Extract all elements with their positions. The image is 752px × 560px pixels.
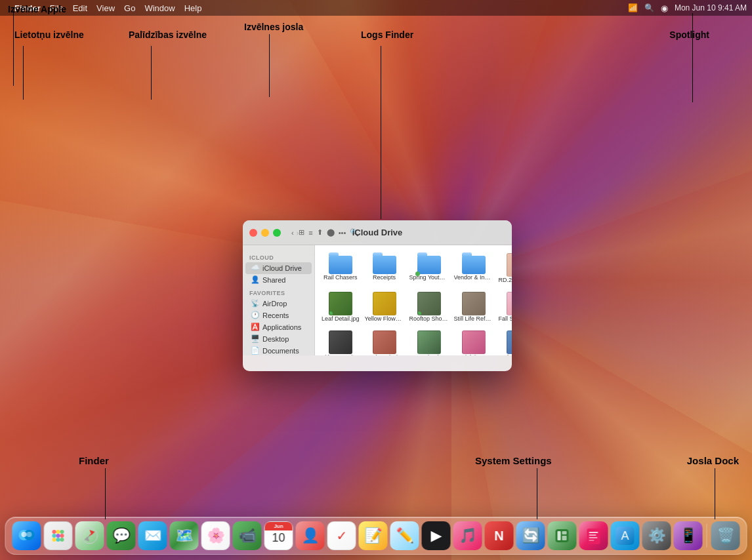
file-item-lonepine[interactable]: Lone Pine.jpeg [408, 328, 450, 355]
traffic-light-close[interactable] [249, 229, 257, 237]
view-list-icon[interactable]: ≡ [308, 229, 312, 237]
view-grid-icon[interactable]: ⊞ [299, 228, 304, 237]
file-item-pink[interactable]: Pink.jpeg [453, 328, 495, 355]
sidebar-item-shared[interactable]: 👤 Shared [245, 274, 312, 286]
svg-point-3 [27, 532, 32, 537]
file-label-lonepine: Lone Pine.jpeg [409, 354, 449, 355]
dock-item-calendar[interactable]: Jun 10 [264, 521, 293, 550]
dock-item-messages[interactable]: 💬 [107, 521, 136, 550]
documents-icon: 📄 [251, 346, 260, 355]
folder-icon-spring [417, 256, 441, 274]
file-item-titlecover[interactable]: Title Cover.jpg [320, 328, 361, 355]
favorites-section-label: Favorites [243, 286, 314, 298]
music-emoji: 🎵 [459, 527, 476, 544]
file-menu-item[interactable]: File [50, 3, 64, 13]
finder-menu-item[interactable]: Finder [14, 3, 41, 13]
svg-rect-19 [558, 531, 561, 540]
sidebar-item-airdrop[interactable]: 📡 AirDrop [245, 298, 312, 310]
dock-item-mail[interactable]: ✉️ [138, 521, 167, 550]
launchpad-icon [49, 527, 68, 545]
file-item-stilllife[interactable]: Still Life Reference.jpg [453, 289, 495, 325]
file-item-flower[interactable]: Yellow Flower.jpg [364, 289, 406, 325]
svg-rect-21 [562, 536, 567, 540]
dock-item-appletv[interactable]: ▶ [422, 521, 451, 550]
back-button[interactable]: ‹ [291, 229, 294, 237]
dock: 💬 ✉️ 🗺️ 🌸 📹 Jun 10 👤 ✓ [5, 517, 747, 555]
share-icon[interactable]: ⬆ [317, 228, 323, 237]
file-thumb-rd2: jpg [507, 253, 512, 277]
dock-item-facetime[interactable]: 📹 [233, 521, 262, 550]
file-thumb-pink [462, 330, 486, 354]
file-item-mexicocity[interactable]: Mexico City.jpeg [364, 328, 406, 355]
file-item-fallscents[interactable]: Fall Scents Outline.pages [497, 289, 512, 325]
dock-item-maps[interactable]: 🗺️ [170, 521, 199, 550]
edit-menu-item[interactable]: Edit [73, 3, 87, 13]
svg-rect-26 [589, 540, 595, 541]
dock-item-photos[interactable]: 🌸 [201, 521, 230, 550]
tag-icon[interactable]: ⬤ [327, 228, 335, 237]
file-label-leaf: Leaf Detail.jpg [322, 315, 360, 323]
dock-item-finder[interactable] [12, 521, 41, 550]
file-label-skater: Skater.jpeg [503, 354, 512, 355]
file-item-rd2[interactable]: jpg RD.2-Notes.jpg [497, 250, 512, 287]
file-item-skater[interactable]: Skater.jpeg [497, 328, 512, 355]
dock-item-numbers[interactable] [548, 521, 577, 550]
dock-item-contacts[interactable]: 👤 [296, 521, 325, 550]
iphone-emoji: 📱 [679, 527, 697, 544]
file-item-rail-chasers[interactable]: Rail Chasers [320, 250, 361, 287]
go-menu-item[interactable]: Go [124, 3, 135, 13]
file-thumb-skater [507, 330, 512, 354]
sidebar-item-recents[interactable]: 🕐 Recents [245, 310, 312, 321]
folder-icon-receipts [373, 256, 396, 274]
ann-line-spotlight [692, 13, 693, 102]
finder-content: Rail Chasers Receipts Spring Youth Counc… [315, 245, 512, 355]
file-label-fallscents: Fall Scents Outline.pages [499, 315, 512, 323]
sidebar-item-icloud-drive[interactable]: ☁️ iCloud Drive [245, 262, 312, 274]
sidebar-documents-label: Documents [262, 347, 299, 355]
dock-item-freeform[interactable]: ✏️ [390, 521, 419, 550]
traffic-light-minimize[interactable] [261, 229, 269, 237]
file-label-stilllife: Still Life Reference.jpg [454, 315, 493, 323]
finder-titlebar: ‹ › iCloud Drive ⊞ ≡ ⬆ ⬤ ••• 🔍 [243, 220, 512, 245]
calendar-inner: Jun 10 [265, 522, 293, 550]
sidebar-item-desktop[interactable]: 🖥️ Desktop [245, 333, 312, 345]
more-icon[interactable]: ••• [339, 229, 346, 237]
sidebar-shared-label: Shared [262, 276, 285, 284]
file-item-leaf[interactable]: Leaf Detail.jpg [320, 289, 361, 325]
file-item-spring-youth[interactable]: Spring Youth Council [408, 250, 450, 287]
wifi-icon[interactable]: 📶 [628, 3, 638, 12]
dock-item-launchpad[interactable] [44, 521, 73, 550]
help-menu-item[interactable]: Help [184, 3, 202, 13]
dock-item-trash[interactable]: 🗑️ [711, 521, 740, 550]
file-item-receipts[interactable]: Receipts [364, 250, 406, 287]
dock-item-safari[interactable] [75, 521, 104, 550]
svg-text:A: A [621, 529, 629, 542]
file-item-rooftop[interactable]: Rooftop Shoot.jpg [408, 289, 450, 325]
dock-item-iphone-mirror[interactable]: 📱 [674, 521, 703, 550]
file-item-vendor[interactable]: Vendor & Invoices [453, 250, 495, 287]
menubar: Finder File Edit View Go Window Help 📶 🔍… [0, 0, 752, 16]
dock-item-migration[interactable]: 🔄 [516, 521, 545, 550]
spotlight-icon[interactable]: 🔍 [644, 3, 654, 12]
traffic-light-fullscreen[interactable] [273, 229, 281, 237]
dock-item-system-settings[interactable]: ⚙️ [642, 521, 671, 550]
reminders-emoji: ✓ [336, 528, 347, 544]
sidebar-item-applications[interactable]: 🅰️ Applications [245, 321, 312, 333]
dock-item-news[interactable]: N [485, 521, 514, 550]
dock-item-reminders[interactable]: ✓ [327, 521, 356, 550]
window-menu-item[interactable]: Window [144, 3, 175, 13]
svg-rect-22 [587, 529, 600, 544]
dock-item-pages[interactable] [579, 521, 608, 550]
svg-point-6 [60, 530, 64, 534]
dock-item-appstore[interactable]: A [611, 521, 640, 550]
maps-emoji: 🗺️ [175, 527, 193, 544]
sidebar-item-documents[interactable]: 📄 Documents [245, 345, 312, 355]
view-menu-item[interactable]: View [96, 3, 115, 13]
dock-item-music[interactable]: 🎵 [453, 521, 482, 550]
icloud-drive-icon: ☁️ [251, 264, 260, 273]
calendar-month: Jun [265, 522, 293, 530]
dock-item-notes[interactable]: 📝 [359, 521, 388, 550]
recents-icon: 🕐 [251, 311, 260, 320]
siri-icon[interactable]: ◉ [661, 3, 668, 13]
sync-dot-leaf [329, 311, 333, 315]
